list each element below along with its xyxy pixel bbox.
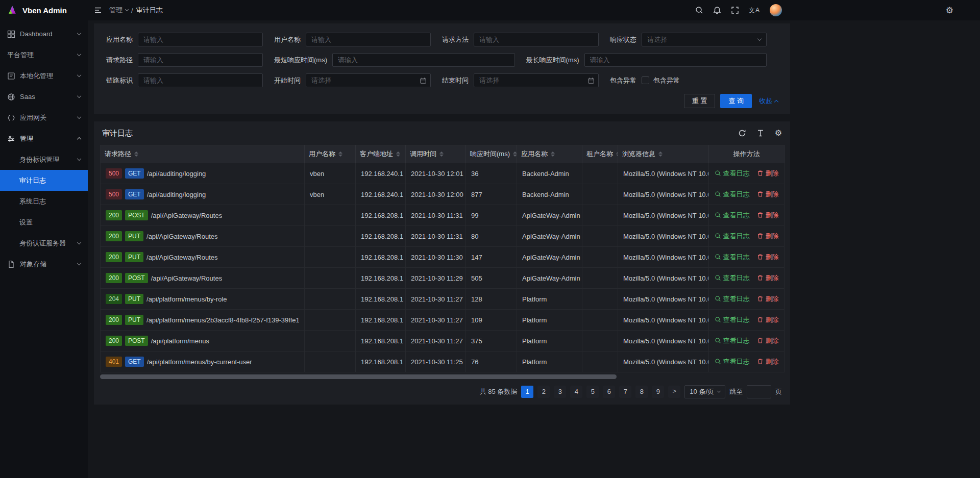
request-path-cell: /api/ApiGateway/Routes bbox=[146, 254, 217, 261]
page-size-select[interactable]: 10 条/页 bbox=[684, 385, 725, 398]
sidebar-item-dashboard[interactable]: Dashboard bbox=[0, 23, 88, 44]
filter-field-request-path: 请求路径 bbox=[106, 53, 274, 67]
avatar[interactable] bbox=[770, 4, 782, 16]
delete-button[interactable]: 删除 bbox=[757, 232, 779, 241]
globe-icon bbox=[7, 93, 15, 101]
column-header-app-name[interactable]: 应用名称 bbox=[517, 145, 582, 163]
query-button[interactable]: 查 询 bbox=[720, 94, 752, 108]
view-log-button[interactable]: 查看日志 bbox=[715, 336, 750, 345]
view-log-button[interactable]: 查看日志 bbox=[715, 169, 750, 178]
view-log-button[interactable]: 查看日志 bbox=[715, 232, 750, 241]
sidebar-item-management[interactable]: 管理 bbox=[0, 128, 88, 149]
view-log-button[interactable]: 查看日志 bbox=[715, 294, 750, 304]
actions-cell: 查看日志 删除 bbox=[709, 289, 785, 310]
column-header-call-time[interactable]: 调用时间 bbox=[406, 145, 466, 163]
method-badge: POST bbox=[125, 210, 148, 220]
delete-button[interactable]: 删除 bbox=[757, 169, 779, 178]
sidebar-item-system-log[interactable]: 系统日志 bbox=[0, 191, 88, 212]
view-log-button[interactable]: 查看日志 bbox=[715, 273, 750, 283]
include-exception-checkbox[interactable] bbox=[642, 77, 649, 84]
page-button[interactable]: 8 bbox=[635, 386, 648, 398]
sort-icon[interactable] bbox=[513, 152, 517, 157]
sidebar-item-settings[interactable]: 设置 bbox=[0, 212, 88, 233]
column-header-browser-info[interactable]: 浏览器信息 bbox=[618, 145, 709, 163]
sort-icon[interactable] bbox=[396, 152, 400, 157]
fullscreen-icon[interactable] bbox=[731, 6, 739, 14]
response-status-select[interactable] bbox=[642, 33, 767, 46]
sidebar-item-saas[interactable]: Saas bbox=[0, 86, 88, 107]
magnifier-icon bbox=[715, 295, 721, 302]
brand[interactable]: Vben Admin bbox=[0, 0, 88, 20]
sidebar-item-audit-log[interactable]: 审计日志 bbox=[0, 170, 88, 191]
request-path-cell: /api/auditing/logging bbox=[147, 191, 206, 198]
sidebar-item-identity-management[interactable]: 身份标识管理 bbox=[0, 149, 88, 170]
locale-icon[interactable]: 文A bbox=[749, 6, 760, 15]
page-button[interactable]: 4 bbox=[570, 386, 582, 398]
page-button[interactable]: 6 bbox=[603, 386, 615, 398]
min-response-time-input[interactable] bbox=[332, 53, 515, 67]
next-page-button[interactable]: > bbox=[668, 386, 680, 398]
view-log-button[interactable]: 查看日志 bbox=[715, 357, 750, 366]
theme-settings-gear-icon[interactable]: ⚙ bbox=[946, 0, 953, 20]
sidebar-item-localization[interactable]: 本地化管理 bbox=[0, 65, 88, 86]
request-path-input[interactable] bbox=[138, 53, 263, 67]
max-response-time-input[interactable] bbox=[584, 53, 767, 67]
request-method-input[interactable] bbox=[474, 33, 599, 46]
breadcrumb-root[interactable]: 管理 bbox=[109, 6, 122, 15]
end-time-picker[interactable] bbox=[474, 73, 599, 87]
refresh-icon[interactable] bbox=[738, 129, 746, 137]
sort-icon[interactable] bbox=[551, 152, 555, 157]
collapse-link[interactable]: 收起 bbox=[759, 96, 778, 106]
delete-button[interactable]: 删除 bbox=[757, 273, 779, 283]
page-button[interactable]: 9 bbox=[652, 386, 664, 398]
delete-button[interactable]: 删除 bbox=[757, 253, 779, 262]
sidebar-item-platform[interactable]: 平台管理 bbox=[0, 44, 88, 65]
delete-button[interactable]: 删除 bbox=[757, 294, 779, 304]
trace-id-input[interactable] bbox=[138, 73, 263, 87]
column-header-user-name[interactable]: 用户名称 bbox=[305, 145, 356, 163]
column-header-response-time[interactable]: 响应时间(ms) bbox=[466, 145, 517, 163]
sidebar-item-object-storage[interactable]: 对象存储 bbox=[0, 254, 88, 274]
trash-icon bbox=[757, 358, 764, 365]
reset-button[interactable]: 重 置 bbox=[684, 94, 716, 108]
user-name-input[interactable] bbox=[306, 33, 431, 46]
column-header-tenant-name[interactable]: 租户名称 bbox=[582, 145, 618, 163]
sidebar-item-gateway[interactable]: 应用网关 bbox=[0, 107, 88, 128]
delete-button[interactable]: 删除 bbox=[757, 336, 779, 345]
app-name-input[interactable] bbox=[138, 33, 263, 46]
view-log-button[interactable]: 查看日志 bbox=[715, 315, 750, 324]
column-settings-gear-icon[interactable]: ⚙ bbox=[775, 129, 782, 137]
request-path-cell: /api/auditing/logging bbox=[147, 170, 206, 178]
sidebar-item-label: Saas bbox=[20, 93, 35, 100]
sort-icon[interactable] bbox=[616, 152, 618, 157]
jump-page-input[interactable] bbox=[747, 385, 771, 398]
sidebar-item-auth-server[interactable]: 身份认证服务器 bbox=[0, 233, 88, 254]
row-height-icon[interactable] bbox=[756, 129, 765, 137]
page-button[interactable]: 1 bbox=[521, 386, 533, 398]
filter-actions: 重 置 查 询 收起 bbox=[106, 94, 778, 108]
column-header-request-path[interactable]: 请求路径 bbox=[101, 145, 305, 163]
page-button[interactable]: 3 bbox=[554, 386, 566, 398]
page-button[interactable]: 5 bbox=[586, 386, 599, 398]
delete-button[interactable]: 删除 bbox=[757, 315, 779, 324]
delete-button[interactable]: 删除 bbox=[757, 357, 779, 366]
sort-icon[interactable] bbox=[134, 152, 138, 157]
view-log-button[interactable]: 查看日志 bbox=[715, 190, 750, 199]
start-time-picker[interactable] bbox=[306, 73, 431, 87]
scrollbar-thumb[interactable] bbox=[100, 374, 617, 379]
view-log-button[interactable]: 查看日志 bbox=[715, 253, 750, 262]
sort-icon[interactable] bbox=[658, 152, 663, 157]
sort-icon[interactable] bbox=[338, 152, 342, 157]
view-log-button[interactable]: 查看日志 bbox=[715, 211, 750, 220]
page-button[interactable]: 2 bbox=[537, 386, 550, 398]
delete-button[interactable]: 删除 bbox=[757, 211, 779, 220]
column-header-client-address[interactable]: 客户端地址 bbox=[356, 145, 406, 163]
browser-info-cell: Mozilla/5.0 (Windows NT 10.0; Win bbox=[618, 310, 709, 331]
notification-bell-icon[interactable] bbox=[713, 6, 721, 14]
sort-icon[interactable] bbox=[439, 152, 444, 157]
menu-fold-icon[interactable] bbox=[94, 6, 102, 14]
page-button[interactable]: 7 bbox=[619, 386, 631, 398]
delete-button[interactable]: 删除 bbox=[757, 190, 779, 199]
jump-prefix-label: 跳至 bbox=[729, 387, 743, 396]
search-icon[interactable] bbox=[695, 6, 703, 14]
